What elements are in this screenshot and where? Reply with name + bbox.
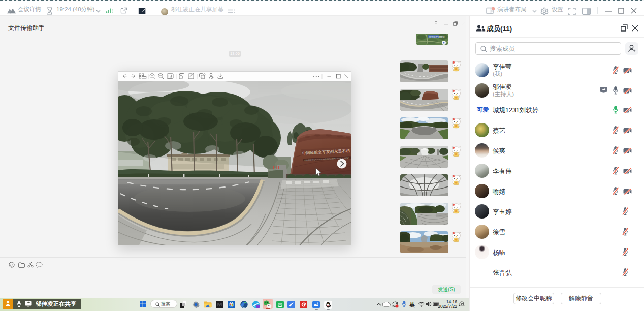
- svg-text:北京航空博物馆: 北京航空博物馆: [429, 35, 445, 39]
